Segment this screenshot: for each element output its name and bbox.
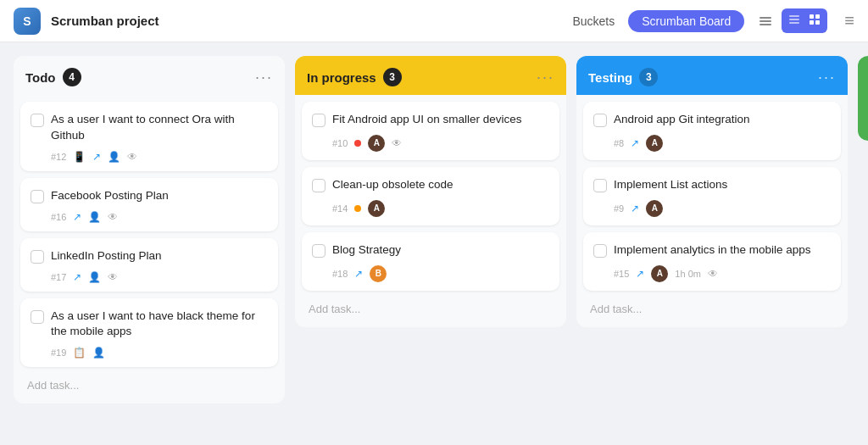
card-todo-4: As a user I want to have black theme for… bbox=[20, 298, 278, 368]
avatar-t1: A bbox=[646, 135, 663, 152]
add-task-testing[interactable]: Add task... bbox=[583, 298, 841, 320]
avatar-ip3: B bbox=[370, 265, 387, 282]
card-todo-2: Facebook Posting Plan #16 ↗ 👤 👁 bbox=[20, 178, 278, 231]
buckets-nav[interactable]: Buckets bbox=[565, 11, 621, 31]
card-checkbox-3[interactable] bbox=[31, 250, 44, 264]
column-todo-count: 4 bbox=[63, 68, 81, 86]
card-checkbox-ip1[interactable] bbox=[312, 114, 326, 127]
card-title-ip2: Clean-up obsolete code bbox=[332, 177, 453, 193]
card-link-t2[interactable]: ↗ bbox=[631, 203, 639, 214]
card-id-2: #16 bbox=[51, 212, 66, 222]
scrumban-board-nav[interactable]: Scrumban Board bbox=[628, 10, 744, 32]
card-title-3: LinkedIn Posting Plan bbox=[51, 248, 162, 264]
card-id-ip2: #14 bbox=[332, 203, 348, 214]
card-link-t1[interactable]: ↗ bbox=[631, 137, 639, 149]
card-checkbox-t1[interactable] bbox=[593, 114, 607, 127]
card-title-t1: Android app Git integration bbox=[614, 112, 750, 128]
card-checkbox-1[interactable] bbox=[31, 114, 44, 127]
column-testing-count: 3 bbox=[639, 68, 658, 86]
header-view-icons bbox=[758, 8, 827, 33]
card-checkbox-ip2[interactable] bbox=[312, 179, 326, 192]
view-list-icon[interactable] bbox=[785, 12, 804, 30]
svg-rect-6 bbox=[810, 14, 814, 19]
avatar-t2: A bbox=[646, 200, 663, 217]
card-eye-ip1[interactable]: 👁 bbox=[392, 137, 402, 149]
card-user-icon-4[interactable]: 👤 bbox=[92, 347, 105, 359]
card-title-t2: Implement List actions bbox=[614, 177, 727, 193]
svg-rect-7 bbox=[815, 14, 820, 19]
avatar-ip2: A bbox=[368, 200, 385, 217]
avatar-t3: A bbox=[651, 265, 668, 282]
list-icon[interactable] bbox=[758, 14, 773, 29]
column-inprogress-menu[interactable]: ··· bbox=[537, 69, 554, 86]
sidebar-toggle-icon[interactable]: ≡ bbox=[844, 11, 854, 31]
card-todo-3: LinkedIn Posting Plan #17 ↗ 👤 👁 bbox=[20, 238, 278, 292]
card-eye-t3[interactable]: 👁 bbox=[708, 268, 718, 280]
column-inprogress-header: In progress 3 ··· bbox=[295, 56, 566, 95]
board: Todo 4 ··· As a user I want to connect O… bbox=[0, 42, 868, 445]
card-android-icon-1[interactable]: 📱 bbox=[73, 151, 86, 163]
svg-rect-1 bbox=[760, 20, 771, 22]
card-link-icon-3[interactable]: ↗ bbox=[73, 271, 81, 283]
view-toggle[interactable] bbox=[782, 8, 827, 33]
svg-rect-0 bbox=[760, 17, 771, 19]
card-eye-icon-3[interactable]: 👁 bbox=[108, 271, 118, 283]
card-title-4: As a user I want to have black theme for… bbox=[51, 309, 268, 341]
card-checkbox-4[interactable] bbox=[31, 310, 44, 324]
column-todo-header: Todo 4 ··· bbox=[14, 56, 285, 95]
card-user-icon-3[interactable]: 👤 bbox=[88, 271, 101, 283]
card-clipboard-icon-4[interactable]: 📋 bbox=[73, 347, 86, 359]
card-time-t3: 1h 0m bbox=[675, 269, 701, 279]
add-task-inprogress[interactable]: Add task... bbox=[302, 298, 559, 320]
column-todo-menu[interactable]: ··· bbox=[255, 69, 273, 86]
column-todo: Todo 4 ··· As a user I want to connect O… bbox=[14, 56, 285, 403]
column-testing-body: Android app Git integration #8 ↗ A Imple… bbox=[576, 95, 848, 327]
card-user-icon-1[interactable]: 👤 bbox=[108, 151, 120, 163]
card-eye-icon-1[interactable]: 👁 bbox=[127, 151, 137, 163]
card-inprogress-1: Fit Android app UI on smaller devices #1… bbox=[302, 102, 559, 160]
card-link-icon-2[interactable]: ↗ bbox=[73, 211, 81, 223]
card-link-ip3[interactable]: ↗ bbox=[354, 268, 363, 280]
svg-rect-9 bbox=[815, 20, 820, 25]
card-checkbox-t2[interactable] bbox=[593, 179, 607, 192]
card-checkbox-2[interactable] bbox=[31, 190, 44, 203]
view-grid-icon[interactable] bbox=[805, 12, 824, 30]
card-link-icon-1[interactable]: ↗ bbox=[92, 151, 101, 163]
card-testing-3: Implement analytics in the mobile apps #… bbox=[583, 232, 841, 291]
avatar-ip1: A bbox=[368, 135, 385, 152]
card-title-t3: Implement analytics in the mobile apps bbox=[614, 242, 811, 259]
card-testing-1: Android app Git integration #8 ↗ A bbox=[583, 102, 841, 160]
card-title-ip1: Fit Android app UI on smaller devices bbox=[332, 112, 522, 128]
svg-rect-5 bbox=[789, 22, 799, 24]
column-testing-menu[interactable]: ··· bbox=[818, 69, 836, 86]
card-title-1: As a user I want to connect Ora with Git… bbox=[51, 112, 268, 144]
card-checkbox-t3[interactable] bbox=[593, 244, 607, 258]
column-testing-header: Testing 3 ··· bbox=[576, 56, 848, 95]
column-inprogress-body: Fit Android app UI on smaller devices #1… bbox=[295, 95, 566, 327]
card-inprogress-2: Clean-up obsolete code #14 A bbox=[302, 167, 559, 225]
card-user-icon-2[interactable]: 👤 bbox=[88, 211, 101, 223]
card-id-4: #19 bbox=[51, 348, 66, 358]
card-id-ip1: #10 bbox=[332, 138, 348, 148]
card-id-3: #17 bbox=[51, 272, 66, 282]
column-inprogress-count: 3 bbox=[383, 68, 402, 86]
priority-dot-ip1 bbox=[354, 140, 361, 147]
column-todo-title: Todo bbox=[25, 70, 56, 85]
card-id-t2: #9 bbox=[614, 203, 624, 214]
column-done: Don bbox=[858, 56, 868, 141]
card-id-ip3: #18 bbox=[332, 269, 348, 279]
card-link-t3[interactable]: ↗ bbox=[636, 268, 644, 280]
card-title-ip3: Blog Strategy bbox=[332, 242, 401, 259]
card-eye-icon-2[interactable]: 👁 bbox=[108, 211, 118, 223]
card-testing-2: Implement List actions #9 ↗ A bbox=[583, 167, 841, 225]
card-todo-1: As a user I want to connect Ora with Git… bbox=[20, 102, 278, 171]
column-testing: Testing 3 ··· Android app Git integratio… bbox=[576, 56, 848, 327]
card-id-1: #12 bbox=[51, 152, 66, 162]
card-inprogress-3: Blog Strategy #18 ↗ B bbox=[302, 232, 559, 291]
card-checkbox-ip3[interactable] bbox=[312, 244, 326, 258]
add-task-todo[interactable]: Add task... bbox=[20, 374, 278, 397]
svg-rect-2 bbox=[760, 24, 771, 25]
column-todo-body: As a user I want to connect Ora with Git… bbox=[14, 95, 285, 403]
priority-dot-ip2 bbox=[354, 205, 361, 212]
column-testing-title: Testing bbox=[588, 70, 632, 85]
